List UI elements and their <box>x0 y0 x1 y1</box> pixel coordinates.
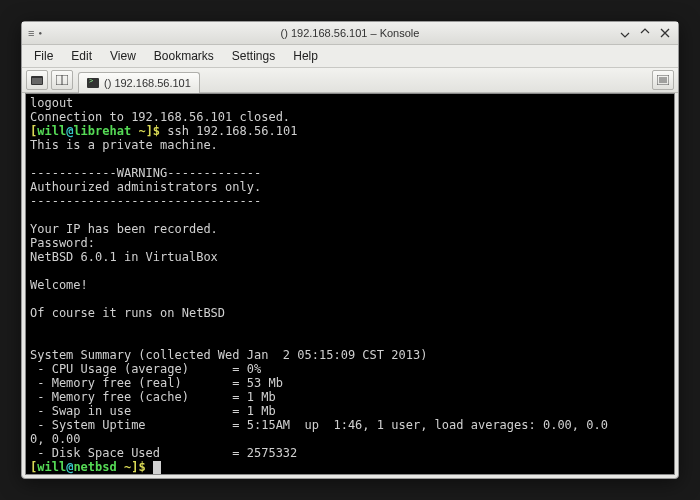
line: System Summary (collected Wed Jan 2 05:1… <box>30 348 427 362</box>
menu-view[interactable]: View <box>102 47 144 65</box>
line: logout <box>30 96 73 110</box>
line: Of course it runs on NetBSD <box>30 306 225 320</box>
prompt-host: librehat <box>73 124 131 138</box>
maximize-button[interactable] <box>638 26 652 40</box>
line: 0, 0.00 <box>30 432 81 446</box>
pin-icon[interactable]: ● <box>38 30 42 36</box>
menu-settings[interactable]: Settings <box>224 47 283 65</box>
menu-help[interactable]: Help <box>285 47 326 65</box>
titlebar-left: ≡ ● <box>28 27 108 39</box>
prompt-user: will <box>37 124 66 138</box>
line: Welcome! <box>30 278 88 292</box>
toolbar-right <box>652 70 674 90</box>
split-view-button[interactable] <box>51 70 73 90</box>
line: - CPU Usage (average) = 0% <box>30 362 261 376</box>
line: - System Uptime = 5:15AM up 1:46, 1 user… <box>30 418 608 432</box>
line: This is a private machine. <box>30 138 218 152</box>
prompt-host: netbsd <box>73 460 116 474</box>
line: - Disk Space Used = 2575332 <box>30 446 297 460</box>
svg-rect-1 <box>32 78 42 84</box>
command: ssh 192.168.56.101 <box>167 124 297 138</box>
line: Password: <box>30 236 95 250</box>
terminal-output[interactable]: logout Connection to 192.168.56.101 clos… <box>25 93 675 475</box>
line: - Memory free (cache) = 1 Mb <box>30 390 276 404</box>
line: Authourized administrators only. <box>30 180 261 194</box>
titlebar[interactable]: ≡ ● () 192.168.56.101 – Konsole <box>22 22 678 45</box>
line: -------------------------------- <box>30 194 261 208</box>
line: ------------WARNING------------- <box>30 166 261 180</box>
window-controls <box>592 26 672 40</box>
new-tab-button[interactable] <box>26 70 48 90</box>
line: - Memory free (real) = 53 Mb <box>30 376 283 390</box>
menubar: File Edit View Bookmarks Settings Help <box>22 45 678 68</box>
line: Connection to 192.168.56.101 closed. <box>30 110 290 124</box>
prompt-dir: ~ <box>138 124 145 138</box>
prompt-sp <box>117 460 124 474</box>
window-title: () 192.168.56.101 – Konsole <box>108 27 592 39</box>
cursor <box>153 461 161 474</box>
menu-bookmarks[interactable]: Bookmarks <box>146 47 222 65</box>
close-button[interactable] <box>658 26 672 40</box>
menu-file[interactable]: File <box>26 47 61 65</box>
prompt-bracket: ]$ <box>131 460 153 474</box>
window-menu-icon[interactable]: ≡ <box>28 27 34 39</box>
line: - Swap in use = 1 Mb <box>30 404 276 418</box>
toolbar: () 192.168.56.101 <box>22 68 678 93</box>
konsole-window: ≡ ● () 192.168.56.101 – Konsole File Edi… <box>21 21 679 479</box>
line: Your IP has been recorded. <box>30 222 218 236</box>
prompt-bracket: ]$ <box>146 124 168 138</box>
terminal-icon <box>87 78 99 88</box>
line: NetBSD 6.0.1 in VirtualBox <box>30 250 218 264</box>
toolbar-menu-button[interactable] <box>652 70 674 90</box>
terminal-tab[interactable]: () 192.168.56.101 <box>78 72 200 93</box>
minimize-button[interactable] <box>618 26 632 40</box>
menu-edit[interactable]: Edit <box>63 47 100 65</box>
prompt-user: will <box>37 460 66 474</box>
tab-label: () 192.168.56.101 <box>104 77 191 89</box>
